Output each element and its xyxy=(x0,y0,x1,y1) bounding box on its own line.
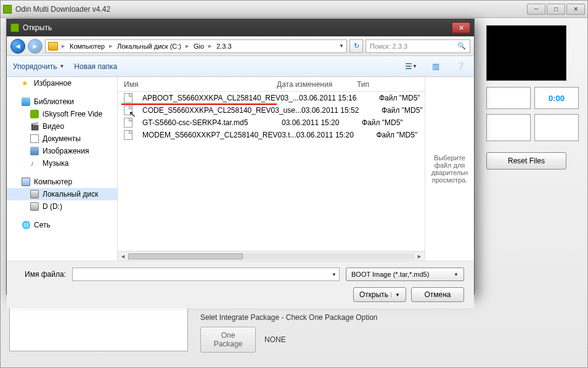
file-row[interactable]: APBOOT_S5660XXKPA_CL258140_REV03_... 03.… xyxy=(118,92,425,104)
image-icon xyxy=(30,147,39,155)
sidebar-computer[interactable]: Компьютер xyxy=(7,176,117,188)
breadcrumb-dropdown-icon[interactable]: ▼ xyxy=(339,43,344,49)
filename-label: Имя файла: xyxy=(17,270,66,279)
sidebar-network[interactable]: 🌐Сеть xyxy=(7,219,117,231)
col-type[interactable]: Тип xyxy=(357,80,425,89)
sidebar-lib-item[interactable]: Документы xyxy=(7,133,117,145)
breadcrumb-item[interactable]: Компьютер xyxy=(68,42,107,51)
document-icon xyxy=(30,134,39,143)
breadcrumb-item[interactable]: Gio xyxy=(192,42,206,51)
sidebar-drive-item[interactable]: D (D:) xyxy=(7,200,117,213)
view-mode-button[interactable]: ☰ ▼ xyxy=(404,60,419,73)
horizontal-scrollbar[interactable]: ◄► xyxy=(118,251,425,261)
odin-log-box xyxy=(486,25,566,81)
breadcrumb-item[interactable]: Локальный диск (C:) xyxy=(115,42,183,51)
file-open-dialog: Открыть ✕ ◄ ► ▸ Компьютер▸ Локальный дис… xyxy=(6,18,475,295)
star-icon: ★ xyxy=(22,79,30,88)
file-icon xyxy=(124,130,133,140)
annotation-underline xyxy=(121,104,277,105)
status-cell-2 xyxy=(486,114,531,141)
app-icon xyxy=(30,110,39,118)
folder-icon xyxy=(48,42,58,51)
network-icon: 🌐 xyxy=(22,221,30,229)
dialog-titlebar: Открыть ✕ xyxy=(7,19,474,36)
maximize-button[interactable]: □ xyxy=(547,4,565,15)
search-input[interactable]: Поиск: 2.3.3 🔍 xyxy=(365,39,470,53)
music-icon: ♪ xyxy=(30,159,39,168)
sidebar-lib-item[interactable]: ♪Музыка xyxy=(7,157,117,170)
sidebar-favorites[interactable]: ★Избранное xyxy=(7,77,117,89)
dialog-nav-bar: ◄ ► ▸ Компьютер▸ Локальный диск (C:)▸ Gi… xyxy=(7,36,474,56)
dialog-app-icon xyxy=(10,23,19,32)
preview-pane: Выберите файл для дварительн просмотра. xyxy=(425,77,474,261)
video-icon: 🎬 xyxy=(30,122,39,131)
nav-forward-button[interactable]: ► xyxy=(28,39,43,54)
preview-pane-button[interactable]: ▥ xyxy=(428,60,443,73)
file-type-filter[interactable]: BOOT Image (*.tar,*.md5)▼ xyxy=(346,268,464,281)
open-button[interactable]: Открыть ▼ xyxy=(353,287,406,302)
search-placeholder: Поиск: 2.3.3 xyxy=(370,43,457,50)
dialog-body: ★Избранное Библиотеки iSkysoft Free Vide… xyxy=(7,77,474,261)
filename-input[interactable]: ▼ xyxy=(72,268,340,281)
dialog-toolbar: Упорядочить ▼ Новая папка ☰ ▼ ▥ ❔ xyxy=(7,56,474,77)
status-cell-empty xyxy=(486,87,531,109)
col-date[interactable]: Дата изменения xyxy=(277,80,357,89)
file-list-area: Имя Дата изменения Тип APBOOT_S5660XXKPA… xyxy=(118,77,474,261)
sidebar-drive-item[interactable]: Локальный диск xyxy=(7,188,117,200)
odin-titlebar: Odin Multi Downloader v4.42 ─ □ ✕ xyxy=(1,1,587,18)
col-name[interactable]: Имя xyxy=(118,80,277,89)
sidebar-libraries[interactable]: Библиотеки xyxy=(7,96,117,108)
breadcrumb[interactable]: ▸ Компьютер▸ Локальный диск (C:)▸ Gio▸ 2… xyxy=(45,39,347,53)
reset-files-button[interactable]: Reset Files xyxy=(486,152,566,170)
computer-icon xyxy=(22,178,30,186)
one-package-button[interactable]: One Package xyxy=(200,327,256,353)
refresh-button[interactable]: ↻ xyxy=(349,39,363,53)
file-row[interactable]: CODE_S5660XXKPA_CL258140_REV03_use... 03… xyxy=(118,104,425,117)
disk-icon xyxy=(30,190,39,198)
one-package-value: NONE xyxy=(264,335,286,344)
library-icon xyxy=(22,97,30,106)
new-folder-button[interactable]: Новая папка xyxy=(74,62,117,71)
file-icon xyxy=(124,118,133,128)
sidebar-lib-item[interactable]: iSkysoft Free Vide xyxy=(7,108,117,120)
sidebar-lib-item[interactable]: Изображения xyxy=(7,145,117,157)
help-button[interactable]: ❔ xyxy=(453,60,468,73)
odin-app-icon xyxy=(3,5,12,14)
sidebar-lib-item[interactable]: 🎬Видео xyxy=(7,120,117,133)
file-row[interactable]: GT-S5660-csc-SERKP4.tar.md5 03.06.2011 1… xyxy=(118,117,425,129)
status-cell-3 xyxy=(534,114,579,141)
file-icon xyxy=(124,105,133,115)
disk-icon xyxy=(30,202,39,211)
cancel-button[interactable]: Отмена xyxy=(411,287,464,302)
dialog-close-button[interactable]: ✕ xyxy=(452,22,470,33)
breadcrumb-item[interactable]: 2.3.3 xyxy=(214,42,233,51)
odin-right-panel: 0:00 Reset Files xyxy=(486,25,579,170)
organize-menu[interactable]: Упорядочить ▼ xyxy=(13,62,64,71)
file-icon xyxy=(124,93,133,103)
minimize-button[interactable]: ─ xyxy=(527,4,545,15)
search-icon: 🔍 xyxy=(457,42,466,50)
dialog-title: Открыть xyxy=(23,23,52,32)
file-table-header: Имя Дата изменения Тип xyxy=(118,77,425,92)
status-cell-time: 0:00 xyxy=(534,87,579,109)
close-button[interactable]: ✕ xyxy=(566,4,585,15)
odin-title: Odin Multi Downloader v4.42 xyxy=(15,5,110,14)
file-table: Имя Дата изменения Тип APBOOT_S5660XXKPA… xyxy=(118,77,425,261)
dialog-footer: Имя файла: ▼ BOOT Image (*.tar,*.md5)▼ О… xyxy=(7,261,474,308)
dialog-sidebar: ★Избранное Библиотеки iSkysoft Free Vide… xyxy=(7,77,118,261)
nav-back-button[interactable]: ◄ xyxy=(10,39,25,54)
integrate-label: Selet Integrate Package - Check One Pack… xyxy=(200,313,579,322)
file-row[interactable]: MODEM_S5660XXKP7_CL258140_REV03.t... 03.… xyxy=(118,129,425,141)
